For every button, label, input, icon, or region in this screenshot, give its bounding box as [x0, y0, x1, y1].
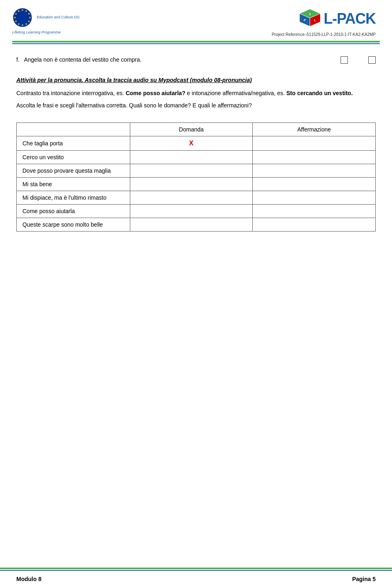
page-header: Education and Culture DG Lifelong Learni…	[0, 0, 392, 37]
table-container: Domanda Affermazione Che taglia portaXCe…	[16, 122, 376, 232]
row-domanda	[130, 177, 253, 191]
row-label: Mi dispiace, ma è l'ultimo rimasto	[17, 191, 130, 204]
svg-point-0	[13, 8, 32, 27]
header-divider	[12, 41, 380, 44]
footer-divider-green	[0, 568, 392, 569]
eu-education-label: Education and Culture DG	[37, 15, 80, 20]
svg-text:L: L	[314, 18, 316, 22]
row-label: Che taglia porta	[17, 136, 130, 150]
row-domanda	[130, 218, 253, 231]
main-content: f. Angela non è contenta del vestito che…	[0, 44, 392, 240]
question-f-text: Angela non è contenta del vestito che co…	[24, 56, 142, 63]
row-affermazione	[253, 204, 376, 218]
row-affermazione	[253, 136, 376, 150]
table-row: Mi dispiace, ma è l'ultimo rimasto	[17, 191, 376, 204]
activity-title: Attività per la pronuncia. Ascolta la tr…	[16, 76, 376, 85]
table-row: Mi sta bene	[17, 177, 376, 191]
row-domanda	[130, 164, 253, 177]
lpack-brand-text: L-PACK	[324, 10, 376, 27]
table-row: Che taglia portaX	[17, 136, 376, 150]
activity-section: Attività per la pronuncia. Ascolta la tr…	[16, 76, 376, 110]
row-label: Mi sta bene	[17, 177, 130, 191]
svg-text:2: 2	[309, 12, 311, 16]
row-label: Queste scarpe sono molto belle	[17, 218, 130, 231]
header-left: Education and Culture DG Lifelong Learni…	[12, 7, 80, 34]
page-footer: Modulo 8 Pagina 5	[0, 568, 392, 588]
svg-text:P: P	[303, 18, 305, 22]
activity-desc-part1: Contrasto tra intonazione interrogativa,…	[16, 90, 126, 96]
table-row: Come posso aiutarla	[17, 204, 376, 218]
divider-green	[12, 41, 380, 42]
activity-desc-bold2: Sto cercando un vestito.	[286, 90, 353, 96]
checkbox-1[interactable]	[341, 56, 348, 64]
x-mark: X	[189, 140, 194, 147]
exercise-table: Domanda Affermazione Che taglia portaXCe…	[16, 122, 376, 232]
row-domanda	[130, 191, 253, 204]
lpack-logo: 2 P L L-PACK	[298, 7, 376, 30]
eu-logo: Education and Culture DG	[12, 7, 80, 28]
table-row: Dove posso provare questa maglia	[17, 164, 376, 177]
col-header-affermazione: Affermazione	[253, 122, 376, 136]
row-affermazione	[253, 177, 376, 191]
row-label: Dove posso provare questa maglia	[17, 164, 130, 177]
checkbox-2[interactable]	[368, 56, 376, 64]
col-header-domanda: Domanda	[130, 122, 253, 136]
footer-content: Modulo 8 Pagina 5	[0, 573, 392, 588]
row-affermazione	[253, 218, 376, 231]
table-row: Cerco un vestito	[17, 150, 376, 164]
project-reference: Project Reference–511529-LLP-1-2010-1-IT…	[272, 32, 376, 37]
header-right: 2 P L L-PACK Project Reference–511529-LL…	[272, 7, 376, 37]
footer-divider-blue	[0, 570, 392, 571]
question-f: f. Angela non è contenta del vestito che…	[16, 56, 376, 64]
row-affermazione	[253, 164, 376, 177]
eu-stars-icon	[12, 7, 33, 28]
row-label: Cerco un vestito	[17, 150, 130, 164]
table-row: Queste scarpe sono molto belle	[17, 218, 376, 231]
footer-page: Pagina 5	[352, 576, 376, 582]
row-affermazione	[253, 150, 376, 164]
row-domanda	[130, 204, 253, 218]
question-f-label: f. Angela non è contenta del vestito che…	[16, 56, 336, 63]
activity-description: Contrasto tra intonazione interrogativa,…	[16, 89, 376, 98]
activity-desc-part2: e intonazione affermativa/negativa, es.	[185, 90, 286, 96]
instruction-text: Ascolta le frasi e scegli l'alternativa …	[16, 101, 376, 110]
lpack-cube-icon: 2 P L	[298, 7, 322, 30]
question-f-letter: f.	[16, 56, 23, 63]
row-affermazione	[253, 191, 376, 204]
eu-text-block: Education and Culture DG	[37, 15, 80, 20]
row-domanda	[130, 150, 253, 164]
footer-module: Modulo 8	[16, 576, 41, 582]
row-domanda: X	[130, 136, 253, 150]
col-header-empty	[17, 122, 130, 136]
table-header-row: Domanda Affermazione	[17, 122, 376, 136]
llp-label: Lifelong Learning Programme	[12, 30, 61, 34]
checkboxes-group	[341, 56, 376, 64]
row-label: Come posso aiutarla	[17, 204, 130, 218]
activity-desc-bold1: Come posso aiutarla?	[126, 90, 185, 96]
table-body: Che taglia portaXCerco un vestitoDove po…	[17, 136, 376, 231]
